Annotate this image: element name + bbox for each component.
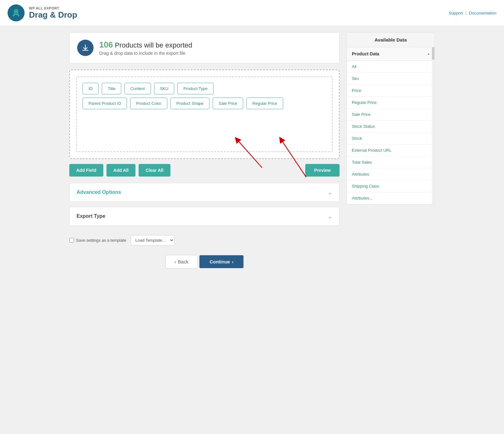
- load-template-select[interactable]: Load Template...: [131, 235, 175, 245]
- available-data-header: Available Data: [347, 33, 434, 47]
- field-content[interactable]: Content: [124, 83, 151, 94]
- data-item-all[interactable]: All: [347, 61, 434, 73]
- dnd-inner: ID Title Content SKU Product Type Parent…: [76, 76, 333, 152]
- field-title[interactable]: Title: [102, 83, 121, 94]
- field-sku[interactable]: SKU: [154, 83, 175, 94]
- save-template-checkbox[interactable]: [69, 238, 74, 243]
- export-icon: [77, 40, 94, 56]
- field-row-1: ID Title Content SKU Product Type: [83, 83, 326, 94]
- title-group: WP ALL EXPORT Drag & Drop: [29, 6, 77, 20]
- back-label: Back: [178, 259, 188, 264]
- field-parent-product-id[interactable]: Parent Product ID: [83, 98, 127, 109]
- dnd-wrapper: ID Title Content SKU Product Type Parent…: [69, 70, 340, 159]
- data-item-stock-status[interactable]: Stock Status: [347, 121, 434, 132]
- back-button[interactable]: ‹ Back: [165, 255, 198, 268]
- data-item-shipping-class[interactable]: Shipping Class: [347, 180, 434, 192]
- export-count: 106 Products will be exported: [99, 40, 192, 50]
- right-panel: Available Data Product Data - All Sku Pr…: [346, 32, 435, 268]
- data-items-list: All Sku Price Regular Price Sale Price S…: [347, 61, 434, 204]
- field-id[interactable]: ID: [83, 83, 99, 94]
- field-product-shape[interactable]: Product Shape: [170, 98, 209, 109]
- main-container: 106 Products will be exported Drag & dro…: [63, 26, 441, 275]
- data-item-sale-price[interactable]: Sale Price: [347, 109, 434, 121]
- logo-area: WP ALL EXPORT Drag & Drop: [8, 4, 77, 21]
- continue-label: Continue: [209, 259, 230, 264]
- data-item-sku[interactable]: Sku: [347, 73, 434, 85]
- advanced-options-label: Advanced Options: [77, 189, 121, 195]
- add-field-button[interactable]: Add Field: [69, 164, 103, 177]
- svg-point-1: [15, 11, 17, 12]
- available-data-panel: Available Data Product Data - All Sku Pr…: [346, 32, 435, 205]
- export-text: 106 Products will be exported Drag & dro…: [99, 40, 192, 56]
- export-type-section[interactable]: Export Type ⌄: [69, 207, 340, 226]
- field-sale-price[interactable]: Sale Price: [213, 98, 243, 109]
- product-data-section[interactable]: Product Data -: [347, 47, 434, 61]
- continue-button[interactable]: Continue ›: [199, 255, 243, 268]
- docs-link[interactable]: Documentation: [469, 11, 496, 15]
- scroll-thumb[interactable]: [432, 47, 434, 60]
- save-template-label: Save settings as a template: [76, 238, 126, 243]
- nav-buttons: ‹ Back Continue ›: [69, 255, 340, 268]
- data-item-external-product-url[interactable]: External Product URL: [347, 144, 434, 156]
- data-item-total-sales[interactable]: Total Sales: [347, 156, 434, 168]
- export-number: 106: [99, 40, 113, 49]
- data-item-price[interactable]: Price: [347, 85, 434, 97]
- product-data-collapse-icon: -: [428, 51, 429, 57]
- data-item-stock[interactable]: Stock: [347, 132, 434, 144]
- data-item-regular-price[interactable]: Regular Price: [347, 97, 434, 109]
- field-regular-price[interactable]: Regular Price: [246, 98, 283, 109]
- app-logo: [8, 4, 25, 21]
- data-item-attributes-extra[interactable]: Attributes...: [347, 192, 434, 204]
- action-bar: Add Field Add All Clear All Preview: [69, 164, 340, 177]
- export-type-label: Export Type: [77, 213, 105, 219]
- app-header: WP ALL EXPORT Drag & Drop Support | Docu…: [0, 0, 504, 26]
- export-banner: 106 Products will be exported Drag & dro…: [69, 32, 340, 63]
- data-item-attributes[interactable]: Attributes: [347, 168, 434, 180]
- add-all-button[interactable]: Add All: [106, 164, 135, 177]
- back-chevron-icon: ‹: [175, 259, 176, 264]
- export-count-text: Products will be exported: [115, 41, 192, 49]
- field-product-type[interactable]: Product Type: [177, 83, 213, 94]
- support-link[interactable]: Support: [449, 11, 463, 15]
- field-row-2: Parent Product ID Product Color Product …: [83, 98, 326, 109]
- app-title: Drag & Drop: [29, 10, 77, 20]
- left-panel: 106 Products will be exported Drag & dro…: [69, 32, 340, 268]
- header-links: Support | Documentation: [449, 11, 496, 15]
- advanced-options-chevron-icon: ⌄: [328, 189, 332, 196]
- preview-button[interactable]: Preview: [305, 164, 340, 177]
- scroll-track: [432, 47, 434, 204]
- product-data-label: Product Data: [352, 51, 379, 56]
- dnd-area[interactable]: ID Title Content SKU Product Type Parent…: [69, 70, 340, 159]
- export-type-chevron-icon: ⌄: [328, 213, 332, 220]
- clear-all-button[interactable]: Clear All: [139, 164, 170, 177]
- continue-chevron-icon: ›: [232, 259, 233, 264]
- footer-bar: Save settings as a template Load Templat…: [69, 232, 340, 252]
- export-subtitle: Drag & drop data to include in the expor…: [99, 51, 192, 56]
- save-template-checkbox-label[interactable]: Save settings as a template: [69, 238, 126, 243]
- field-product-color[interactable]: Product Color: [130, 98, 167, 109]
- advanced-options-section[interactable]: Advanced Options ⌄: [69, 183, 340, 202]
- plugin-name: WP ALL EXPORT: [29, 6, 77, 10]
